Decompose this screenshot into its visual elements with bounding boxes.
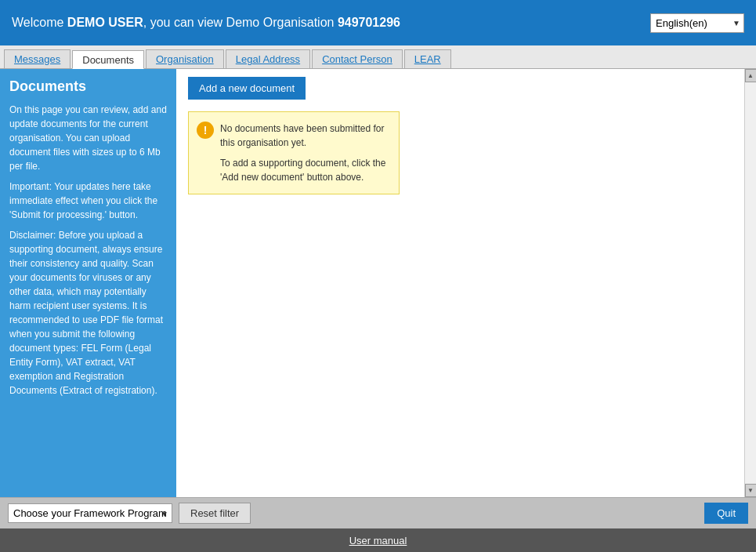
sidebar-paragraph2: Important: Your updates here take immedi…	[9, 180, 167, 222]
framework-select[interactable]: Choose your Framework Program	[8, 503, 172, 523]
content-inner: Add a new document ! No documents have b…	[176, 69, 756, 497]
main-content: Documents On this page you can review, a…	[0, 69, 756, 497]
content-area: Add a new document ! No documents have b…	[176, 69, 756, 497]
tab-lear[interactable]: LEAR	[404, 49, 451, 68]
sidebar-paragraph3: Disclaimer: Before you upload a supporti…	[9, 228, 167, 398]
framework-select-wrapper: Choose your Framework Program	[8, 503, 172, 523]
middle-text: , you can view Demo Organisation	[143, 16, 338, 29]
sidebar-heading: Documents	[9, 78, 167, 95]
tab-documents[interactable]: Documents	[72, 50, 144, 69]
header: Welcome DEMO USER, you can view Demo Org…	[0, 0, 756, 45]
scroll-down-arrow[interactable]: ▼	[745, 484, 757, 497]
bottom-bar: Choose your Framework Program Reset filt…	[0, 497, 756, 528]
welcome-text: Welcome	[12, 16, 67, 29]
tab-messages[interactable]: Messages	[4, 49, 71, 68]
sidebar: Documents On this page you can review, a…	[0, 69, 176, 497]
tab-organisation[interactable]: Organisation	[146, 49, 224, 68]
warning-line1: No documents have been submitted for thi…	[220, 122, 389, 150]
footer: User manual	[0, 528, 756, 552]
tab-contact-person[interactable]: Contact Person	[312, 49, 403, 68]
org-id: 949701296	[338, 16, 400, 29]
warning-box: ! No documents have been submitted for t…	[188, 111, 400, 194]
tab-bar: Messages Documents Organisation Legal Ad…	[0, 45, 756, 69]
warning-line2: To add a supporting document, click the …	[220, 156, 389, 184]
language-selector[interactable]: English(en)	[650, 13, 744, 33]
tab-legal-address[interactable]: Legal Address	[226, 49, 310, 68]
reset-filter-button[interactable]: Reset filter	[179, 503, 251, 524]
user-name: DEMO USER	[67, 16, 143, 29]
language-selector-wrapper: English(en)	[650, 13, 744, 33]
sidebar-paragraph1: On this page you can review, add and upd…	[9, 103, 167, 173]
warning-icon: !	[197, 122, 214, 139]
scroll-up-arrow[interactable]: ▲	[745, 69, 757, 82]
quit-button[interactable]: Quit	[704, 503, 748, 524]
header-title: Welcome DEMO USER, you can view Demo Org…	[12, 16, 400, 30]
scrollbar: ▲ ▼	[744, 69, 756, 497]
user-manual-link[interactable]: User manual	[349, 535, 407, 547]
add-document-button[interactable]: Add a new document	[188, 77, 306, 100]
scrollbar-track	[745, 82, 757, 484]
